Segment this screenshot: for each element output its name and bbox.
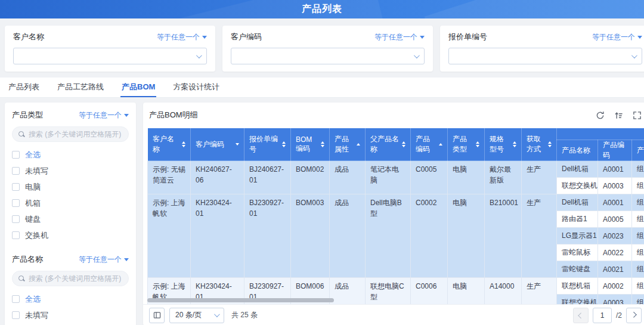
page-size-select[interactable]: 20 条/页 — [169, 308, 224, 323]
fullscreen-icon[interactable] — [632, 110, 642, 120]
tab-design-stats[interactable]: 方案设计统计 — [172, 78, 221, 97]
sort-icon — [476, 141, 479, 147]
option-label: 全选 — [25, 294, 41, 305]
sub-column-header[interactable]: 产品属性 — [632, 140, 644, 161]
table-cell: Dell机箱 — [557, 161, 598, 178]
filter-operator-label: 等于任意一个 — [374, 32, 417, 42]
filter-operator-dropdown[interactable]: 等于任意一个 — [79, 255, 129, 265]
filter-card: 客户名称等于任意一个 — [5, 26, 215, 72]
sort-icon — [439, 143, 442, 146]
filter-operator-dropdown[interactable]: 等于任意一个 — [79, 110, 129, 120]
table-cell: LG显示器1 — [557, 228, 598, 244]
table-cell: BJ230927-01 — [244, 194, 291, 278]
table-cell: 组件 — [632, 178, 644, 194]
filter-operator-dropdown[interactable]: 等于任意一个 — [592, 32, 642, 42]
prev-page-button[interactable] — [573, 308, 589, 323]
filter-operator-dropdown[interactable]: 等于任意一个 — [157, 32, 207, 42]
search-icon — [18, 131, 25, 138]
column-settings-icon[interactable] — [614, 110, 623, 120]
next-page-button[interactable] — [626, 308, 642, 323]
sort-icon — [402, 141, 405, 147]
table-cell: A14000 — [485, 278, 522, 305]
option-label: 机箱 — [25, 198, 41, 209]
checkbox[interactable] — [12, 199, 20, 207]
tab-product-list[interactable]: 产品列表 — [7, 78, 41, 97]
filter-operator-label: 等于任意一个 — [79, 110, 122, 120]
filter-select[interactable] — [231, 48, 425, 64]
column-header[interactable]: 父产品名称 — [366, 128, 411, 161]
column-header[interactable]: 产品属性 — [330, 128, 366, 161]
checkbox[interactable] — [12, 167, 20, 175]
column-header[interactable]: BOM编码 — [291, 128, 330, 161]
column-header[interactable]: 报价单编号 — [244, 128, 291, 161]
table-cell: 雷蛇键盘 — [557, 261, 598, 278]
chevron-right-icon — [630, 312, 636, 318]
option-row[interactable]: 未填写 — [12, 307, 129, 323]
option-row[interactable]: 交换机 — [12, 227, 129, 243]
column-header-label: 规格型号 — [490, 134, 510, 154]
table-cell: 电脑 — [448, 278, 485, 305]
option-label: 全选 — [25, 150, 41, 160]
refresh-icon[interactable] — [595, 110, 605, 120]
option-row[interactable]: 电脑 — [12, 179, 129, 195]
page-input[interactable] — [593, 308, 612, 323]
checkbox[interactable] — [12, 215, 20, 223]
table-cell: 组件 — [632, 295, 644, 305]
column-header[interactable]: 客户编码 — [191, 128, 244, 161]
filter-label: 报价单编号 — [448, 32, 487, 42]
page-header: 产品列表 — [0, 0, 644, 18]
option-row[interactable]: 键盘 — [12, 211, 129, 227]
sub-column-header[interactable]: 产品名称 — [557, 140, 598, 161]
column-header-label: 客户名称 — [153, 134, 179, 154]
table-cell: 联想电脑C型 — [366, 278, 411, 305]
filter-select[interactable] — [13, 48, 207, 64]
search-input[interactable] — [29, 130, 122, 138]
table-cell: 生产 — [522, 278, 557, 305]
option-row[interactable]: 全选 — [12, 291, 129, 307]
search-icon — [18, 276, 25, 282]
filter-operator-dropdown[interactable]: 等于任意一个 — [374, 32, 425, 42]
column-header[interactable]: 产品类型 — [448, 128, 485, 161]
tab-product-bom[interactable]: 产品BOM — [120, 78, 156, 97]
table-cell: 电脑 — [448, 161, 485, 194]
checkbox[interactable] — [12, 151, 20, 159]
sub-column-header[interactable]: 产品编码 — [598, 140, 632, 161]
table-cell: 组件 — [632, 194, 644, 211]
sort-icon — [321, 141, 324, 147]
chevron-down-icon — [214, 311, 220, 317]
table-cell: 联想交换机 — [557, 178, 598, 194]
option-row[interactable]: 机箱 — [12, 195, 129, 211]
filter-operator-label: 等于任意一个 — [157, 32, 200, 42]
table-cell: 组件 — [632, 161, 644, 178]
table-cell: 示例: 上海帆软 — [148, 194, 191, 278]
sidebar-filter-group: 产品名称等于任意一个全选未填写144HZ显示器笔记本电脑雷蛇键盘雷蛇鼠标 — [12, 254, 129, 325]
triangle-down-icon — [124, 114, 129, 117]
table-cell: 组件 — [632, 211, 644, 228]
table-cell: 组件 — [632, 228, 644, 244]
table-cell: 组件 — [632, 261, 644, 278]
checkbox[interactable] — [12, 295, 20, 303]
table-cell: A0001 — [598, 161, 632, 178]
filter-label: 客户名称 — [13, 32, 44, 42]
column-header[interactable]: 客户名称 — [148, 128, 191, 161]
search-box — [12, 271, 129, 286]
option-row[interactable]: 未填写 — [12, 163, 129, 179]
column-header[interactable]: 产品编码 — [411, 128, 448, 161]
option-label: 交换机 — [25, 230, 48, 241]
checkbox[interactable] — [12, 231, 20, 239]
table-cell: 组件 — [632, 278, 644, 295]
tab-process-route[interactable]: 产品工艺路线 — [56, 78, 105, 97]
column-header[interactable]: 规格型号 — [485, 128, 522, 161]
search-input[interactable] — [29, 274, 122, 283]
filter-select[interactable] — [448, 48, 642, 64]
column-header[interactable]: 获取方式 — [522, 128, 557, 161]
checkbox[interactable] — [12, 183, 20, 191]
table-cell: 联想交换机 — [557, 295, 598, 305]
filter-sidebar: 产品类型等于任意一个全选未填写电脑机箱键盘交换机产品名称等于任意一个全选未填写1… — [5, 103, 136, 325]
table-cell: BOM002 — [291, 161, 330, 194]
checkbox[interactable] — [12, 311, 20, 319]
table-cell: KH240627-06 — [191, 161, 244, 194]
option-row[interactable]: 全选 — [12, 147, 129, 163]
field-display-button[interactable] — [149, 308, 165, 323]
horizontal-scrollbar-thumb[interactable] — [147, 298, 334, 302]
